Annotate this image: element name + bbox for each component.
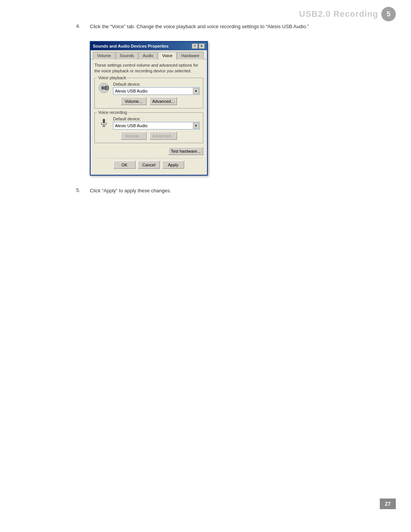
chapter-title: USB2.0 Recording <box>299 9 378 19</box>
dialog-container: Sounds and Audio Devices Properties ? ✕ … <box>90 41 365 176</box>
playback-field-area: Default device: Alesis USB Audio ▼ <box>113 82 200 95</box>
speaker-icon <box>98 82 110 94</box>
voice-recording-content: Default device: Alesis USB Audio ▼ <box>98 117 200 129</box>
close-button[interactable]: ✕ <box>199 43 205 49</box>
step-5: 5. Click “Apply” to apply these changes. <box>76 187 365 195</box>
playback-btn-row: Volume... Advanced... <box>98 97 200 105</box>
tab-audio[interactable]: Audio <box>139 52 158 59</box>
recording-btn-row: Volume... Advanced... <box>98 132 200 140</box>
playback-device-select[interactable]: Alesis USB Audio <box>113 87 200 95</box>
tab-voice[interactable]: Voice <box>158 52 177 59</box>
dialog-titlebar: Sounds and Audio Devices Properties ? ✕ <box>91 42 207 50</box>
voice-recording-label: Voice recording <box>97 110 128 115</box>
step-5-text: Click “Apply” to apply these changes. <box>90 187 365 195</box>
microphone-icon <box>98 117 110 129</box>
main-content: 4. Click the “Voice” tab. Change the voi… <box>0 0 411 228</box>
recording-select-wrapper: Alesis USB Audio ▼ <box>113 122 200 129</box>
test-hardware-row: Test hardware... <box>94 147 203 155</box>
help-button[interactable]: ? <box>192 43 198 49</box>
playback-device-label: Default device: <box>113 82 200 86</box>
tab-hardware[interactable]: Hardware <box>177 52 204 59</box>
cancel-button[interactable]: Cancel <box>138 161 160 169</box>
voice-recording-group: Voice recording Default d <box>94 112 203 143</box>
recording-volume-button[interactable]: Volume... <box>121 132 147 140</box>
bottom-btn-row: OK Cancel Apply <box>94 158 203 172</box>
voice-playback-content: Default device: Alesis USB Audio ▼ <box>98 82 200 95</box>
recording-device-label: Default device: <box>113 117 200 121</box>
recording-field-area: Default device: Alesis USB Audio ▼ <box>113 117 200 129</box>
playback-select-wrapper: Alesis USB Audio ▼ <box>113 87 200 95</box>
page-number: 27 <box>385 501 391 507</box>
recording-advanced-button[interactable]: Advanced... <box>150 132 177 140</box>
win-dialog: Sounds and Audio Devices Properties ? ✕ … <box>90 41 208 176</box>
step-4-text: Click the “Voice” tab. Change the voice … <box>90 23 365 30</box>
step-4-number: 4. <box>76 23 84 30</box>
playback-select-arrow: ▼ <box>193 88 199 94</box>
svg-point-1 <box>101 86 104 90</box>
recording-device-select[interactable]: Alesis USB Audio <box>113 122 200 129</box>
ok-button[interactable]: OK <box>113 161 135 169</box>
step-4: 4. Click the “Voice” tab. Change the voi… <box>76 23 365 30</box>
titlebar-controls: ? ✕ <box>192 43 205 49</box>
dialog-description: These settings control volume and advanc… <box>94 62 203 74</box>
voice-playback-label: Voice playback <box>97 75 127 80</box>
dialog-body: These settings control volume and advanc… <box>91 59 207 175</box>
recording-select-arrow: ▼ <box>193 123 199 129</box>
chapter-badge: 5 <box>381 7 396 21</box>
apply-button[interactable]: Apply <box>162 161 184 169</box>
svg-rect-3 <box>103 119 105 123</box>
step-5-number: 5. <box>76 187 84 195</box>
tab-sounds[interactable]: Sounds <box>116 52 138 59</box>
playback-volume-button[interactable]: Volume... <box>121 97 147 105</box>
dialog-tabs: Volume Sounds Audio Voice Hardware <box>91 50 207 59</box>
test-hardware-button[interactable]: Test hardware... <box>168 147 203 155</box>
playback-advanced-button[interactable]: Advanced... <box>150 97 177 105</box>
voice-playback-group: Voice playback <box>94 78 203 109</box>
page-number-area: 27 <box>380 498 396 509</box>
tab-volume[interactable]: Volume <box>93 52 115 59</box>
page-header: USB2.0 Recording 5 <box>299 7 396 21</box>
dialog-title: Sounds and Audio Devices Properties <box>93 44 169 48</box>
